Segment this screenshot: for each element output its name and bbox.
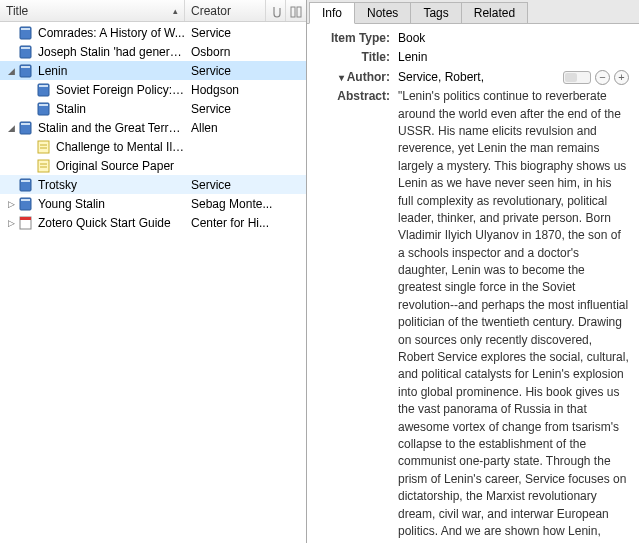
book-icon [18, 44, 34, 60]
twisty-icon[interactable]: ◢ [4, 123, 18, 133]
book-icon [18, 63, 34, 79]
tree-item[interactable]: TrotskyService [0, 175, 306, 194]
tree-item[interactable]: ▷Young StalinSebag Monte... [0, 194, 306, 213]
note-icon [36, 158, 52, 174]
tree-item-title: Trotsky [38, 178, 77, 192]
column-picker-button[interactable] [286, 0, 306, 21]
author-type-dropdown-icon [339, 70, 344, 84]
columns-icon [289, 4, 303, 18]
tree-item[interactable]: Joseph Stalin 'had generati...Osborn [0, 42, 306, 61]
author-name-mode-toggle[interactable] [563, 71, 591, 84]
column-headers: Title ▴ Creator [0, 0, 306, 22]
tree-item-title: Original Source Paper [56, 159, 174, 173]
field-label-item-type: Item Type: [313, 30, 398, 47]
column-header-creator[interactable]: Creator [185, 0, 266, 21]
tree-item-creator: Allen [185, 121, 306, 135]
tree-item[interactable]: ◢Stalin and the Great Terror...Allen [0, 118, 306, 137]
tree-item-title: Young Stalin [38, 197, 105, 211]
twisty-icon[interactable]: ◢ [4, 66, 18, 76]
tree-item-title: Soviet Foreign Policy: Men... [56, 83, 185, 97]
remove-author-button[interactable]: − [595, 70, 610, 85]
tab-info[interactable]: Info [309, 2, 355, 24]
field-label-author[interactable]: Author: [313, 69, 398, 86]
tree-item-creator: Service [185, 26, 306, 40]
guide-icon [18, 215, 34, 231]
twisty-icon[interactable]: ▷ [4, 199, 18, 209]
book-icon [36, 101, 52, 117]
item-detail-pane: InfoNotesTagsRelated Item Type: Book Tit… [307, 0, 639, 543]
tree-item[interactable]: Comrades: A History of W...Service [0, 23, 306, 42]
field-value-title[interactable]: Lenin [398, 49, 629, 66]
sort-ascending-icon: ▴ [173, 6, 178, 16]
tree-item-creator: Service [185, 102, 306, 116]
detail-fields: Item Type: Book Title: Lenin Author: Ser… [307, 24, 639, 543]
add-author-button[interactable]: + [614, 70, 629, 85]
field-author: Author: Service, Robert, − + [313, 69, 629, 86]
tree-item-creator: Service [185, 64, 306, 78]
detail-tabs: InfoNotesTagsRelated [307, 0, 639, 24]
book-icon [18, 177, 34, 193]
tree-item-creator: Osborn [185, 45, 306, 59]
tree-item[interactable]: StalinService [0, 99, 306, 118]
tree-item-title: Challenge to Mental Illn... [56, 140, 185, 154]
field-label-abstract: Abstract: [313, 88, 398, 543]
tree-item-title: Zotero Quick Start Guide [38, 216, 171, 230]
tree-item[interactable]: ▷Zotero Quick Start GuideCenter for Hi..… [0, 213, 306, 232]
field-value-author[interactable]: Service, Robert, [398, 69, 484, 86]
paperclip-icon [269, 4, 283, 18]
column-header-creator-label: Creator [191, 4, 231, 18]
tree-item-creator: Hodgson [185, 83, 306, 97]
tree-item-title: Stalin [56, 102, 86, 116]
column-header-title-label: Title [6, 4, 28, 18]
tab-related[interactable]: Related [461, 2, 528, 23]
items-tree[interactable]: Comrades: A History of W...ServiceJoseph… [0, 22, 306, 543]
note-icon [36, 139, 52, 155]
tree-item-creator: Service [185, 178, 306, 192]
field-value-abstract[interactable]: "Lenin's politics continue to reverberat… [398, 88, 629, 543]
tree-item[interactable]: Original Source Paper [0, 156, 306, 175]
twisty-icon[interactable]: ▷ [4, 218, 18, 228]
book-icon [18, 25, 34, 41]
tree-item[interactable]: Soviet Foreign Policy: Men...Hodgson [0, 80, 306, 99]
tree-item[interactable]: ◢LeninService [0, 61, 306, 80]
book-icon [18, 120, 34, 136]
tree-item-creator: Sebag Monte... [185, 197, 306, 211]
field-value-item-type[interactable]: Book [398, 30, 629, 47]
tree-item-title: Stalin and the Great Terror... [38, 121, 185, 135]
tree-item-title: Lenin [38, 64, 67, 78]
column-header-attachment[interactable] [266, 0, 286, 21]
tree-item[interactable]: Challenge to Mental Illn... [0, 137, 306, 156]
field-abstract: Abstract: "Lenin's politics continue to … [313, 88, 629, 543]
field-item-type: Item Type: Book [313, 30, 629, 47]
tree-item-title: Joseph Stalin 'had generati... [38, 45, 185, 59]
tab-notes[interactable]: Notes [354, 2, 411, 23]
tree-item-title: Comrades: A History of W... [38, 26, 185, 40]
field-label-title: Title: [313, 49, 398, 66]
book-icon [36, 82, 52, 98]
book-icon [18, 196, 34, 212]
items-list-pane: Title ▴ Creator Comrades: A History of W… [0, 0, 307, 543]
column-header-title[interactable]: Title ▴ [0, 0, 185, 21]
field-title: Title: Lenin [313, 49, 629, 66]
tree-item-creator: Center for Hi... [185, 216, 306, 230]
tab-tags[interactable]: Tags [410, 2, 461, 23]
